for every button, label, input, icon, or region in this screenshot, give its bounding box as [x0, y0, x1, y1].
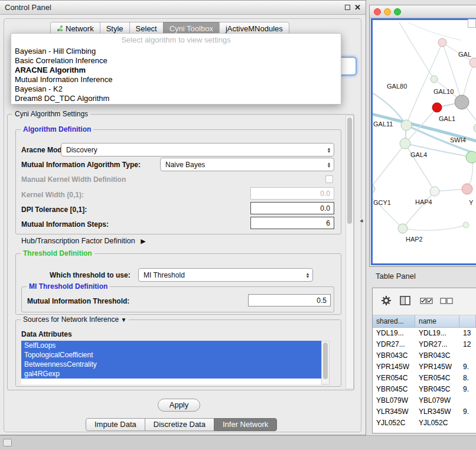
- zoom-window-icon[interactable]: [394, 8, 401, 15]
- tab-label: Select: [136, 24, 157, 33]
- mi-algorithm-type-combo[interactable]: Naive Bayes ▲▼: [160, 158, 334, 171]
- cell[interactable]: 8.: [459, 373, 476, 384]
- cell[interactable]: 9.: [459, 384, 476, 395]
- gear-icon[interactable]: [381, 295, 392, 306]
- cell[interactable]: YLR345W: [373, 406, 415, 418]
- close-window-icon[interactable]: [374, 8, 381, 15]
- dpi-tolerance-field[interactable]: [250, 202, 334, 214]
- network-canvas[interactable]: GAL GAL80 GAL10 GAL11 GAL1 SWI4 GAL4 GCY…: [373, 20, 476, 263]
- mi-steps-field[interactable]: [250, 217, 334, 229]
- mi-algorithm-type-label: Mutual Information Algorithm Type:: [21, 161, 141, 169]
- attribute-item[interactable]: TopologicalCoefficient: [21, 350, 321, 360]
- node-gal-right[interactable]: [470, 58, 476, 67]
- cell[interactable]: YDL19...: [373, 328, 415, 339]
- network-graph[interactable]: GAL GAL80 GAL10 GAL11 GAL1 SWI4 GAL4 GCY…: [373, 20, 476, 263]
- node-gal11[interactable]: [401, 120, 412, 131]
- node-gal80[interactable]: [431, 76, 438, 83]
- node-gal10[interactable]: [455, 95, 469, 109]
- node-green-bright[interactable]: [466, 151, 476, 163]
- dropdown-item[interactable]: Basic Correlation Inference: [11, 56, 341, 66]
- column-header-partial[interactable]: [459, 315, 476, 328]
- dropdown-item[interactable]: Dream8 DC_TDC Algorithm: [11, 94, 341, 103]
- cell[interactable]: YBR043C: [373, 350, 415, 361]
- table-row[interactable]: YDL19...YDL19...13: [373, 328, 476, 339]
- table-row[interactable]: YLR345WYLR345W9.: [373, 406, 476, 418]
- table-row[interactable]: YBR043CYBR043C: [373, 350, 476, 361]
- tab-discretize-data[interactable]: Discretize Data: [145, 418, 214, 431]
- float-panel-icon[interactable]: [345, 5, 350, 10]
- node-gal4[interactable]: [400, 138, 410, 149]
- kernel-width-field[interactable]: [250, 187, 334, 200]
- cell[interactable]: YDR27...: [373, 339, 415, 350]
- cell[interactable]: YDR27...: [415, 339, 459, 350]
- scrollbar-thumb[interactable]: [323, 343, 328, 379]
- minimized-panel-icon[interactable]: [3, 439, 12, 446]
- cell[interactable]: [459, 395, 476, 406]
- node-hap2[interactable]: [398, 224, 407, 233]
- cell[interactable]: YER054C: [373, 373, 415, 384]
- table-row[interactable]: YBR045CYBR045C9.: [373, 384, 476, 395]
- table-row[interactable]: YBL079WYBL079W: [373, 395, 476, 406]
- attribute-item[interactable]: BetweennessCentrality: [21, 360, 321, 369]
- panel-collapse-arrow-icon[interactable]: ◂: [360, 217, 363, 224]
- node-pink-right[interactable]: [462, 184, 472, 194]
- table-row[interactable]: YPR145WYPR145W9.: [373, 361, 476, 373]
- show-columns-icon[interactable]: [400, 296, 410, 305]
- node-label-gal11: GAL11: [373, 120, 393, 128]
- cell[interactable]: [459, 350, 476, 361]
- close-panel-icon[interactable]: ✕: [354, 5, 361, 11]
- attribute-item[interactable]: gal4RGexp: [21, 369, 321, 379]
- settings-scrollbar[interactable]: [345, 115, 354, 389]
- cell[interactable]: YJL052C: [415, 418, 459, 429]
- which-threshold-combo[interactable]: MI Threshold ▲▼: [138, 268, 313, 282]
- node-small-bottom[interactable]: [463, 222, 469, 228]
- deselect-all-icon[interactable]: [440, 298, 453, 304]
- column-header-name[interactable]: name: [415, 315, 459, 328]
- cell[interactable]: YDL19...: [415, 328, 459, 339]
- cell[interactable]: YER054C: [415, 373, 459, 384]
- select-all-icon[interactable]: [420, 298, 433, 304]
- cell[interactable]: 13: [459, 328, 476, 339]
- mi-threshold-field[interactable]: [248, 294, 331, 306]
- cell[interactable]: 9.: [459, 406, 476, 418]
- hub-section-toggle[interactable]: Hub/Transcription Factor Definition ▶: [21, 237, 146, 245]
- attribute-item[interactable]: SelfLoops: [21, 341, 321, 350]
- node-gcy1[interactable]: [373, 184, 375, 194]
- minimize-window-icon[interactable]: [384, 8, 391, 15]
- table-row[interactable]: YDR27...YDR27...12: [373, 339, 476, 350]
- cell[interactable]: 9.: [459, 361, 476, 373]
- cell[interactable]: [459, 418, 476, 429]
- cell[interactable]: YBR043C: [415, 350, 459, 361]
- table-panel-window: shared... name YDL19...YDL19...13 YDR27.…: [372, 288, 476, 433]
- cell[interactable]: YBR045C: [373, 384, 415, 395]
- node-pink-top[interactable]: [438, 38, 446, 47]
- dropdown-item[interactable]: Bayesian - Hill Climbing: [11, 47, 341, 56]
- sources-toggle[interactable]: Sources for Network Inference ▼: [21, 315, 129, 324]
- node-hap4[interactable]: [430, 187, 439, 196]
- attributes-list-scrollbar[interactable]: [321, 341, 330, 384]
- dropdown-item[interactable]: Mutual Information Inference: [11, 75, 341, 84]
- apply-button[interactable]: Apply: [158, 399, 200, 412]
- column-header-shared-name[interactable]: shared...: [373, 315, 415, 328]
- cell[interactable]: YJL052C: [373, 418, 415, 429]
- cell[interactable]: YBL079W: [415, 395, 459, 406]
- tab-label: Cyni Toolbox: [169, 24, 213, 33]
- scrollbar-thumb[interactable]: [347, 118, 352, 224]
- cell[interactable]: YPR145W: [415, 361, 459, 373]
- manual-kernel-width-checkbox[interactable]: [325, 175, 333, 183]
- cell[interactable]: YLR345W: [415, 406, 459, 418]
- tab-impute-data[interactable]: Impute Data: [86, 418, 145, 431]
- view-toolbar-grip[interactable]: [468, 19, 476, 28]
- node-red[interactable]: [432, 103, 442, 112]
- table-row[interactable]: YER054CYER054C8.: [373, 373, 476, 384]
- dropdown-item-selected[interactable]: ARACNE Algorithm: [11, 66, 341, 75]
- tab-infer-network[interactable]: Infer Network: [214, 418, 277, 431]
- table-row[interactable]: YJL052CYJL052C: [373, 418, 476, 429]
- cell[interactable]: YPR145W: [373, 361, 415, 373]
- dropdown-item[interactable]: Bayesian - K2: [11, 84, 341, 94]
- cell[interactable]: YBL079W: [373, 395, 415, 406]
- cell[interactable]: YBR045C: [415, 384, 459, 395]
- cell[interactable]: 12: [459, 339, 476, 350]
- aracne-mode-combo[interactable]: Discovery ▲▼: [61, 143, 334, 156]
- node-right-mid[interactable]: [474, 123, 476, 133]
